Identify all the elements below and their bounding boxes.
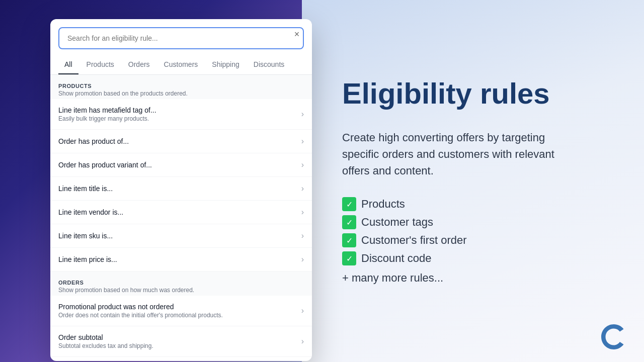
chevron-right-icon: › (301, 137, 304, 146)
products-section-header: PRODUCTS Show promotion based on the pro… (50, 75, 312, 99)
orders-section-desc: Show promotion based on how much was ord… (58, 287, 304, 294)
eligibility-modal: × All Products Orders Customers Shipping… (50, 19, 312, 361)
search-container (58, 27, 304, 49)
modal-header: × (50, 19, 312, 49)
list-item[interactable]: Line item price is... › (50, 248, 312, 272)
list-item[interactable]: Line item title is... › (50, 177, 312, 201)
search-input[interactable] (58, 27, 304, 49)
tab-shipping[interactable]: Shipping (206, 55, 246, 74)
company-logo (599, 322, 629, 352)
list-item-label: Discount code (361, 252, 431, 265)
list-item[interactable]: Line item sku is... › (50, 224, 312, 248)
chevron-right-icon: › (301, 337, 304, 346)
chevron-right-icon: › (301, 184, 304, 193)
checkmark-icon: ✓ (342, 233, 356, 247)
chevron-right-icon: › (301, 110, 304, 119)
orders-section-title: ORDERS (58, 280, 304, 286)
list-item[interactable]: Line item has metafield tag of... Easily… (50, 99, 312, 130)
modal-content: PRODUCTS Show promotion based on the pro… (50, 75, 312, 361)
list-item[interactable]: Promotional product was not ordered Orde… (50, 296, 312, 326)
tab-discounts[interactable]: Discounts (248, 55, 290, 74)
tab-products[interactable]: Products (80, 55, 120, 74)
list-item-label: Customer tags (361, 216, 433, 229)
checkmark-icon: ✓ (342, 215, 356, 229)
panel-description: Create high converting offers by targeti… (342, 129, 584, 179)
checkmark-icon: ✓ (342, 197, 356, 211)
list-item-label: Products (361, 198, 405, 211)
orders-section-header: ORDERS Show promotion based on how much … (50, 272, 312, 296)
close-button[interactable]: × (290, 27, 304, 41)
list-item[interactable]: Line item vendor is... › (50, 201, 312, 224)
products-section-title: PRODUCTS (58, 83, 304, 89)
list-item-label: Customer's first order (361, 234, 467, 247)
more-rules-text: + many more rules... (342, 272, 609, 285)
right-panel: Eligibility rules Create high converting… (307, 0, 644, 362)
chevron-right-icon: › (301, 231, 304, 240)
products-section-desc: Show promotion based on the products ord… (58, 90, 304, 97)
checkmark-icon: ✓ (342, 251, 356, 265)
list-item-first-order: ✓ Customer's first order (342, 233, 609, 247)
list-item[interactable]: Order total Total includes tax and shipp… (50, 357, 312, 361)
chevron-right-icon: › (301, 160, 304, 169)
list-item[interactable]: Order has product of... › (50, 130, 312, 153)
chevron-right-icon: › (301, 208, 304, 217)
panel-title: Eligibility rules (342, 77, 609, 110)
chevron-right-icon: › (301, 255, 304, 264)
tab-all[interactable]: All (58, 55, 78, 74)
list-item[interactable]: Order subtotal Subtotal excludes tax and… (50, 326, 312, 357)
list-item-discount-code: ✓ Discount code (342, 251, 609, 265)
tabs-container: All Products Orders Customers Shipping D… (50, 55, 312, 75)
list-item-products: ✓ Products (342, 197, 609, 211)
check-list: ✓ Products ✓ Customer tags ✓ Customer's … (342, 197, 609, 269)
list-item[interactable]: Order has product variant of... › (50, 153, 312, 177)
chevron-right-icon: › (301, 306, 304, 315)
tab-orders[interactable]: Orders (122, 55, 156, 74)
tab-customers[interactable]: Customers (158, 55, 204, 74)
list-item-customer-tags: ✓ Customer tags (342, 215, 609, 229)
